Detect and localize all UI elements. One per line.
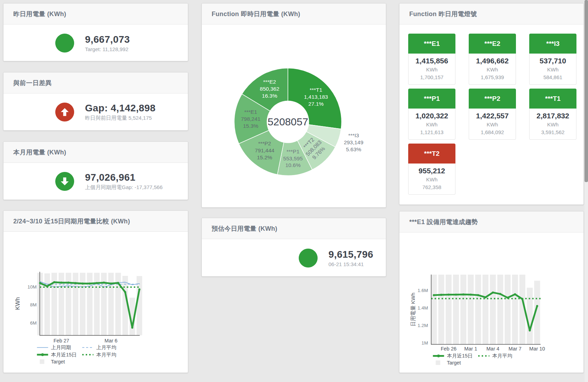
legend-item[interactable]: 上月平均 [82, 345, 116, 350]
scrollbar-track[interactable] [585, 0, 588, 382]
light-tile-header: ***I3 [529, 34, 576, 54]
chart-text: 1,413,183 [304, 94, 328, 100]
panel-header[interactable]: ***E1 設備用電達成趨勢 [399, 211, 583, 232]
target-bar [490, 275, 496, 344]
light-tile-value: 537,710 [530, 56, 576, 66]
stat-subtitle: 昨日與前日用電量 5,524,175 [85, 115, 156, 121]
light-tile-header: ***P1 [408, 89, 455, 109]
series-point [68, 282, 70, 284]
light-tile-target: 584,861 [530, 74, 576, 81]
light-tile-unit: KWh [469, 66, 516, 74]
legend-item[interactable]: 本月平均 [82, 352, 116, 357]
chart-text: 10.6% [285, 162, 301, 168]
legend-item[interactable]: 本月近15日 [433, 353, 473, 359]
light-tile-value: 2,817,832 [530, 111, 576, 121]
series-point [470, 294, 472, 296]
chart-text: 6M [30, 320, 37, 326]
scrollbar-thumb[interactable] [585, 0, 588, 182]
chart-text: Target [447, 360, 461, 366]
legend-item[interactable]: 上月同期 [37, 345, 71, 350]
target-bar [460, 275, 466, 344]
donut-slice-label: ***I3293,1495.63% [344, 132, 363, 152]
chart-text: Mar 7 [509, 346, 522, 352]
chart-text: 上月同期 [51, 345, 71, 350]
target-bar [512, 275, 518, 344]
panel-yesterday-usage: 昨日用電量 (KWh) 9,667,073 Target: 11,128,992 [3, 3, 188, 61]
chart-text: 本月平均 [96, 352, 116, 357]
panel-title: 昨日用電量 (KWh) [13, 10, 66, 18]
legend-item[interactable]: Target [40, 359, 65, 364]
chart-text: 本月近15日 [51, 352, 77, 357]
panel-header[interactable]: Function 昨日用電燈號 [399, 4, 583, 25]
panel-e1-trend: ***E1 設備用電達成趨勢 1M1.2M1.4M1.6MFeb 26Mar 1… [399, 211, 584, 373]
chart-text: 1.2M [418, 323, 428, 328]
chart-text: 293,149 [344, 139, 363, 145]
panel-title: 與前一日差異 [13, 79, 52, 87]
panel-header[interactable]: 與前一日差異 [3, 72, 188, 93]
chart-text: 15.3% [243, 123, 258, 129]
legend-item[interactable]: 本月平均 [478, 353, 512, 359]
arrow-down-icon [59, 176, 70, 187]
panel-header[interactable]: 2/24~3/10 近15日同期用電量比較 (KWh) [3, 211, 188, 232]
chart-body: 1M1.2M1.4M1.6MFeb 26Mar 1Mar 4Mar 7Mar 1… [399, 232, 583, 373]
status-circle-green [55, 34, 74, 53]
arrow-up-icon [59, 107, 70, 117]
stat-body: Gap: 4,142,898 昨日與前日用電量 5,524,175 [3, 93, 188, 131]
light-tile-target: 1,121,613 [409, 129, 455, 136]
legend-item[interactable]: Target [436, 360, 461, 366]
light-tile-unit: KWh [409, 176, 455, 183]
legend-item[interactable]: 本月近15日 [37, 352, 77, 357]
target-bar [505, 275, 511, 344]
panel-header[interactable]: 預估今日用電量 (KWh) [202, 218, 386, 239]
panel-estimate-today: 預估今日用電量 (KWh) 9,615,796 06-21 15:34:41 [201, 218, 386, 277]
panel-month-usage: 本月用電量 (KWh) 97,026,961 上個月同期用電Gap: -17,3… [3, 141, 188, 200]
stat-body: 97,026,961 上個月同期用電Gap: -17,377,566 [3, 163, 188, 200]
panel-header[interactable]: 本月用電量 (KWh) [3, 142, 188, 163]
chart-text: ***I3 [348, 132, 359, 138]
series-point [433, 294, 435, 296]
target-bar [431, 275, 437, 344]
chart-text: 15.2% [257, 154, 272, 160]
donut-center-total: 5208057 [268, 116, 308, 127]
y-axis-label: 日用電量 KWh [410, 293, 416, 326]
light-tile-p2: ***P2 1,422,557 KWh 1,684,092 [469, 89, 516, 140]
panel-realtime-donut: Function 即時日用電量 (KWh) ***T11,413,18327.1… [201, 3, 386, 208]
target-bar [108, 273, 114, 335]
light-tile-header: ***T2 [408, 144, 455, 164]
series-point [499, 293, 501, 295]
chart-text: 1M [421, 340, 428, 346]
series-point [117, 282, 119, 284]
y-axis-label: KWh [14, 297, 21, 310]
chart-body: 6M8M10MFeb 27Mar 6KWh上月同期上月平均本月近15日本月平均T… [3, 232, 188, 373]
series-point [75, 282, 77, 284]
chart-text: ***E2 [263, 79, 276, 85]
chart-text: ***P1 [286, 148, 299, 154]
panel-header[interactable]: 昨日用電量 (KWh) [3, 4, 188, 25]
stat-value: 9,667,073 [85, 34, 130, 45]
target-bar [438, 275, 444, 344]
stat-body: 9,667,073 Target: 11,128,992 [3, 25, 188, 61]
target-bar [136, 276, 142, 335]
light-tile-unit: KWh [530, 121, 576, 129]
target-bar [475, 275, 481, 344]
stat-value: 97,026,961 [85, 172, 163, 183]
light-tile-value: 955,212 [409, 166, 455, 176]
light-tile-target: 3,591,562 [530, 129, 576, 136]
chart-text: 本月平均 [492, 353, 512, 359]
light-tile-header: ***P2 [469, 89, 516, 109]
chart-text: Mar 4 [487, 346, 500, 352]
chart-text: Feb 27 [54, 338, 69, 343]
dashboard: 昨日用電量 (KWh) 9,667,073 Target: 11,128,992… [0, 0, 588, 382]
light-tile-header: ***E1 [408, 34, 455, 54]
chart-text: Target [51, 359, 65, 364]
light-tile-t2: ***T2 955,212 KWh 762,358 [408, 144, 455, 195]
panel-header[interactable]: Function 即時日用電量 (KWh) [202, 4, 386, 25]
chart-text: Feb 26 [441, 346, 456, 352]
chart-text: 8M [30, 302, 37, 307]
panel-lights: Function 昨日用電燈號 ***E1 1,415,856 KWh 1,70… [399, 3, 584, 205]
light-tile-i3: ***I3 537,710 KWh 584,861 [529, 34, 576, 85]
series-point [60, 282, 62, 284]
series-point [138, 288, 140, 290]
light-tile-value: 1,415,856 [409, 56, 455, 66]
series-point [124, 291, 126, 293]
